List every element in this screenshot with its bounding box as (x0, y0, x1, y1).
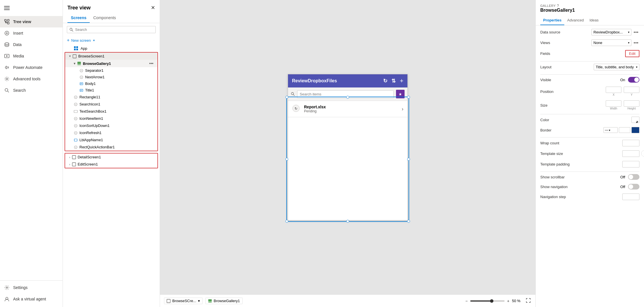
templatesize-input[interactable]: 114 (622, 150, 639, 157)
svg-rect-59 (167, 299, 170, 303)
navstep-input[interactable]: 1 (622, 194, 639, 200)
visible-toggle[interactable] (628, 77, 639, 83)
zoom-slider[interactable] (470, 300, 505, 302)
separator1-item[interactable]: Separator1 (65, 67, 157, 74)
iconrefresh1-item[interactable]: IconRefresh1 (65, 129, 157, 136)
border-width-input[interactable]: 0 (619, 127, 630, 133)
size-control: 640 Width 980 Height (572, 100, 639, 110)
nextarrow1-item[interactable]: NextArrow1 (65, 74, 157, 80)
canvas-inner[interactable]: ReviewDropboxFiles ↻ ⇅ + (160, 0, 535, 294)
datasource-row: Data source ReviewDropbox... ▾ ••• (540, 29, 639, 35)
svg-point-30 (81, 70, 82, 71)
search-action-button[interactable] (396, 90, 405, 98)
searchicon1-item[interactable]: SearchIcon1 (65, 101, 157, 108)
new-screen-label: New screen (71, 38, 91, 43)
detail-screen1-item[interactable]: › DetailScreen1 (65, 154, 157, 161)
fit-screen-button[interactable] (525, 297, 531, 304)
sidebar-item-settings[interactable]: Settings (0, 282, 63, 293)
datasource-dropdown[interactable]: ReviewDropbox... ▾ (591, 29, 631, 35)
svg-rect-27 (77, 62, 81, 64)
sidebar-item-data[interactable]: Data (0, 39, 63, 50)
tree-close-button[interactable]: ✕ (151, 5, 155, 11)
sidebar-item-label: Advanced tools (13, 77, 41, 81)
svg-point-12 (5, 43, 9, 44)
hamburger-menu[interactable] (0, 2, 63, 16)
lblappname1-item[interactable]: LblAppName1 (65, 136, 157, 143)
views-more[interactable]: ••• (633, 40, 639, 46)
textsearchbox1-item[interactable]: TextSearchBox1 (65, 108, 157, 115)
border-style-select[interactable]: — ▾ (603, 127, 618, 133)
sidebar-item-insert[interactable]: Insert (0, 27, 63, 39)
rectangle11-item[interactable]: Rectangle11 (65, 93, 157, 101)
bottom-screen-selector[interactable]: BrowseSCre... ▾ (164, 298, 203, 304)
zoom-level: 50 % (512, 299, 523, 303)
title1-item[interactable]: Title1 (65, 87, 157, 93)
rectquickactionbar1-item[interactable]: RectQuickActionBar1 (65, 143, 157, 151)
fields-edit-button[interactable]: Edit (625, 50, 639, 57)
sidebar-item-power-automate[interactable]: Power Automate (0, 62, 63, 73)
zoom-out-button[interactable]: − (465, 298, 469, 304)
search-icon-tree (69, 28, 73, 32)
color-row: Color (540, 117, 639, 123)
svg-rect-26 (73, 55, 76, 58)
sidebar-item-search[interactable]: Search (0, 85, 63, 96)
right-panel-tabs: Properties Advanced Ideas (536, 16, 644, 25)
tools-icon (4, 76, 10, 82)
sidebar-item-media[interactable]: Media (0, 50, 63, 62)
app-icon (74, 46, 78, 51)
tab-properties[interactable]: Properties (540, 16, 564, 25)
tree-header: Tree view ✕ (63, 0, 160, 13)
sidebar-item-advanced-tools[interactable]: Advanced tools (0, 73, 63, 85)
gallery-item-row[interactable]: ↻ Report.xlsx Pending › (288, 101, 407, 117)
wrapcount-input[interactable]: 1 (622, 140, 639, 146)
sidebar-item-agent[interactable]: Ask a virtual agent (0, 293, 63, 305)
browse-screen1-item[interactable]: ▾ BrowseScreen1 (65, 53, 157, 60)
bottom-component-selector[interactable]: BrowseGallery1 (205, 298, 243, 304)
file-icon: ↻ (292, 104, 301, 113)
datasource-more[interactable]: ••• (633, 29, 639, 35)
navigation-toggle[interactable] (628, 184, 639, 190)
layout-dropdown[interactable]: Title, subtitle, and body ▾ (594, 64, 639, 70)
color-swatch[interactable] (631, 117, 639, 123)
svg-point-40 (75, 97, 76, 98)
svg-point-20 (70, 28, 72, 30)
tab-screens[interactable]: Screens (67, 13, 90, 23)
expand-arrow-browse: ▾ (69, 54, 71, 58)
border-control: — ▾ 0 (572, 127, 639, 133)
browse-gallery1-item[interactable]: ▾ BrowseGallery1 ••• (65, 60, 157, 67)
add-screen-icon[interactable]: + (400, 77, 403, 85)
sort-icon[interactable]: ⇅ (391, 78, 396, 84)
refresh-circle-icon[interactable]: ↻ (383, 78, 387, 84)
tab-components[interactable]: Components (90, 13, 119, 23)
agent-icon (4, 296, 10, 302)
tree-search-input[interactable] (75, 27, 153, 32)
body1-item[interactable]: Body1 (65, 80, 157, 87)
iconnewitem1-item[interactable]: IconNewItem1 (65, 115, 157, 122)
templatepadding-control: 0 (572, 161, 639, 168)
svg-rect-23 (76, 46, 78, 48)
size-width-input[interactable]: 640 (606, 100, 621, 107)
views-dropdown[interactable]: None ▾ (591, 39, 631, 46)
svg-point-55 (291, 93, 294, 95)
zoom-controls: − + 50 % (465, 297, 531, 304)
sidebar-item-tree-view[interactable]: Tree view (0, 16, 63, 27)
zoom-in-button[interactable]: + (506, 298, 510, 304)
fields-control: Edit (572, 50, 639, 57)
search-input-canvas[interactable] (297, 90, 394, 98)
border-color-swatch[interactable] (631, 127, 639, 133)
new-screen-button[interactable]: + New screen ▾ (63, 36, 160, 45)
templatepadding-input[interactable]: 0 (622, 161, 639, 168)
app-item[interactable]: App (63, 45, 160, 52)
position-x-input[interactable]: 0 (606, 87, 621, 93)
scrollbar-toggle[interactable] (628, 174, 639, 180)
position-y-input[interactable]: 156 (624, 87, 639, 93)
screen-header-bar: ReviewDropboxFiles ↻ ⇅ + (288, 74, 407, 87)
size-height-input[interactable]: 980 (624, 100, 639, 107)
help-icon[interactable]: ? (557, 3, 559, 8)
iconsortupdown1-item[interactable]: IconSortUpDown1 (65, 122, 157, 129)
edit-screen1-item[interactable]: › EditScreen1 (65, 161, 157, 168)
title-icon (79, 88, 83, 92)
tab-advanced[interactable]: Advanced (564, 16, 587, 25)
tab-ideas[interactable]: Ideas (587, 16, 601, 25)
gallery-more-button[interactable]: ••• (149, 61, 153, 66)
